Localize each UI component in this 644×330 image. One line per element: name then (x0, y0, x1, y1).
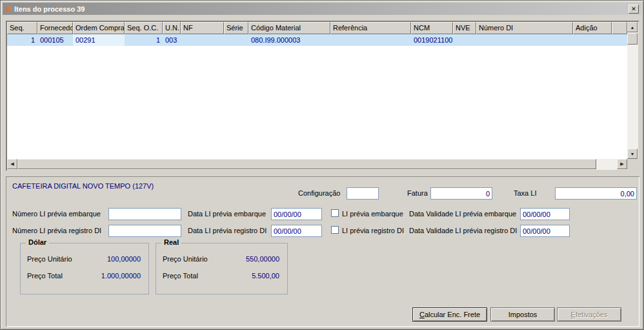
grid-cell[interactable] (453, 34, 476, 46)
data-validade-li-registro-input[interactable] (520, 225, 570, 237)
grid-column-header[interactable]: NF (181, 22, 224, 34)
data-li-embarque-label: Data LI prévia embarque (188, 210, 266, 218)
close-icon[interactable]: ✕ (629, 5, 639, 14)
grid-column-header[interactable]: Número DI (476, 22, 573, 34)
grid-cell[interactable]: 1 (125, 34, 163, 46)
calcular-enc-frete-button[interactable]: Calcular Enc. Frete (412, 307, 487, 322)
dolar-preco-unitario-label: Preço Unitário (27, 255, 72, 263)
configuracao-input[interactable] (347, 187, 379, 200)
numero-li-embarque-label: Número LI prévia embarque (12, 210, 101, 218)
grid-column-header[interactable]: Referência (330, 22, 411, 34)
fatura-input[interactable] (430, 187, 492, 200)
calcular-enc-frete-label: Calcular Enc. Frete (419, 311, 480, 318)
scroll-left-icon[interactable]: ◀ (7, 159, 17, 169)
grid-column-header[interactable]: U.N. (163, 22, 181, 34)
numero-li-embarque-input[interactable] (108, 208, 181, 220)
data-li-embarque-input[interactable] (271, 208, 322, 220)
grid-cell[interactable]: 00291 (73, 34, 125, 46)
dolar-group-title: Dólar (26, 238, 49, 246)
vertical-scroll-thumb[interactable] (627, 33, 638, 45)
horizontal-scrollbar[interactable]: ◀ ▶ (7, 159, 627, 170)
taxa-li-label: Taxa LI (514, 189, 536, 197)
grid-cell[interactable] (330, 34, 411, 46)
grid-body: 1000105002911003080.I99.0000030019021100 (7, 34, 627, 159)
numero-li-registro-input[interactable] (108, 225, 181, 237)
li-previa-registro-checkbox-label: LI prévia registro DI (342, 227, 404, 234)
scrollbar-corner (627, 159, 638, 170)
real-preco-unitario-label: Preço Unitário (163, 255, 208, 263)
grid-cell[interactable]: 080.I99.000003 (248, 34, 330, 46)
grid-column-header[interactable]: NVE (453, 22, 476, 34)
grid-column-header[interactable]: Série (224, 22, 248, 34)
grid-column-header[interactable]: Código Material (248, 22, 330, 34)
items-process-dialog: ✱ Itens do processo 39 ✕ Seq.FornecedorO… (0, 0, 644, 330)
li-previa-embarque-checkbox[interactable] (331, 209, 339, 217)
real-preco-total-value: 5.500,00 (252, 272, 279, 280)
scroll-down-icon[interactable]: ▼ (627, 149, 638, 159)
grid-column-header[interactable]: Adição (573, 22, 612, 34)
data-li-registro-input[interactable] (271, 225, 322, 237)
scroll-up-icon[interactable]: ▲ (627, 22, 638, 32)
real-preco-unitario-value: 550,00000 (246, 255, 279, 263)
impostos-label: Impostos (508, 311, 538, 318)
grid-column-header[interactable]: NCM (411, 22, 453, 34)
li-previa-registro-checkbox[interactable] (331, 226, 339, 234)
grid-column-header[interactable]: Fornecedor (37, 22, 73, 34)
window-title: Itens do processo 39 (14, 5, 626, 13)
dolar-preco-total-label: Preço Total (27, 272, 63, 280)
horizontal-scroll-thumb[interactable] (17, 159, 596, 169)
grid-cell[interactable]: 1 (7, 34, 37, 46)
li-previa-embarque-checkbox-label: LI prévia embarque (342, 210, 403, 218)
grid-column-header[interactable]: Seq. (7, 22, 37, 34)
scroll-right-icon[interactable]: ▶ (617, 159, 627, 169)
data-li-registro-label: Data LI prévia registro DI (188, 227, 267, 234)
grid-cell[interactable] (181, 34, 224, 46)
fatura-label: Fatura (407, 189, 428, 197)
grid-cell[interactable] (224, 34, 248, 46)
app-icon: ✱ (5, 5, 12, 13)
taxa-li-input[interactable] (555, 187, 637, 200)
data-validade-li-embarque-label: Data Validade LI prévia embarque (409, 210, 516, 218)
grid-row[interactable]: 1000105002911003080.I99.0000030019021100 (7, 34, 627, 46)
grid-column-header[interactable]: Ordem Compra (73, 22, 125, 34)
efetivacoes-button: Efetivações (557, 307, 621, 322)
items-grid: Seq.FornecedorOrdem CompraSeq. O.C.U.N.N… (6, 21, 639, 171)
real-groupbox: Real Preço Unitário 550,00000 Preço Tota… (156, 243, 288, 294)
data-validade-li-registro-label: Data Validade LI prévia registro DI (409, 227, 517, 234)
detail-panel: CAFETEIRA DIGITAL NOVO TEMPO (127V) Conf… (6, 176, 639, 327)
data-validade-li-embarque-input[interactable] (520, 208, 570, 220)
grid-cell[interactable] (476, 34, 573, 46)
efetivacoes-label: Efetivações (571, 311, 608, 318)
grid-cell[interactable]: 003 (163, 34, 181, 46)
grid-header-row: Seq.FornecedorOrdem CompraSeq. O.C.U.N.N… (7, 22, 627, 34)
impostos-button[interactable]: Impostos (490, 307, 555, 322)
product-name: CAFETEIRA DIGITAL NOVO TEMPO (127V) (12, 182, 154, 190)
grid-column-header-filler (612, 22, 627, 34)
dolar-preco-unitario-value: 100,00000 (107, 255, 141, 263)
titlebar: ✱ Itens do processo 39 ✕ (3, 3, 641, 15)
grid-column-header[interactable]: Seq. O.C. (125, 22, 163, 34)
grid-cell[interactable]: 0019021100 (411, 34, 453, 46)
configuracao-label: Configuração (298, 189, 340, 197)
real-group-title: Real (161, 238, 181, 246)
grid-cell[interactable] (573, 34, 612, 46)
real-preco-total-label: Preço Total (163, 272, 198, 280)
dolar-preco-total-value: 1.000,00000 (101, 272, 141, 280)
dolar-groupbox: Dólar Preço Unitário 100,00000 Preço Tot… (20, 243, 149, 294)
grid-cell[interactable]: 000105 (37, 34, 73, 46)
numero-li-registro-label: Número LI prévia registro DI (12, 227, 101, 234)
vertical-scrollbar[interactable]: ▲ ▼ (627, 22, 638, 159)
